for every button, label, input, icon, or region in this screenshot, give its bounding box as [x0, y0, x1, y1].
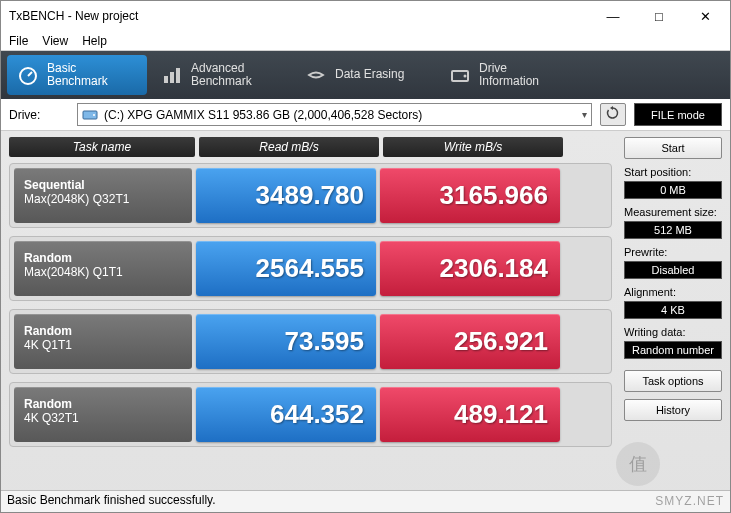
result-row: SequentialMax(2048K) Q32T13489.7803165.9… [9, 163, 612, 228]
refresh-button[interactable] [600, 103, 626, 126]
tab-label: Basic Benchmark [47, 62, 108, 88]
task-options-button[interactable]: Task options [624, 370, 722, 392]
drive-row: Drive: (C:) XPG GAMMIX S11 953.86 GB (2,… [1, 99, 730, 131]
disk-icon [82, 108, 98, 122]
menu-view[interactable]: View [42, 34, 68, 48]
titlebar: TxBENCH - New project — □ ✕ [1, 1, 730, 31]
svg-rect-2 [164, 76, 168, 83]
task-name-cell: SequentialMax(2048K) Q32T1 [14, 168, 192, 223]
menu-file[interactable]: File [9, 34, 28, 48]
read-value-cell: 3489.780 [196, 168, 376, 223]
drive-selected-text: (C:) XPG GAMMIX S11 953.86 GB (2,000,406… [104, 108, 422, 122]
write-value-cell: 3165.966 [380, 168, 560, 223]
chevron-down-icon: ▾ [582, 109, 587, 120]
task-name-cell: RandomMax(2048K) Q1T1 [14, 241, 192, 296]
bar-chart-icon [161, 64, 183, 86]
measurement-size-value[interactable]: 512 MB [624, 221, 722, 239]
write-value-cell: 2306.184 [380, 241, 560, 296]
status-text: Basic Benchmark finished successfully. [7, 493, 216, 507]
alignment-label: Alignment: [624, 286, 722, 298]
task-name-cell: Random4K Q32T1 [14, 387, 192, 442]
drive-label: Drive: [9, 108, 69, 122]
window-title: TxBENCH - New project [9, 9, 590, 23]
start-position-value[interactable]: 0 MB [624, 181, 722, 199]
prewrite-label: Prewrite: [624, 246, 722, 258]
close-button[interactable]: ✕ [682, 1, 728, 31]
write-value-cell: 489.121 [380, 387, 560, 442]
task-name-cell: Random4K Q1T1 [14, 314, 192, 369]
tab-drive-information[interactable]: Drive Information [439, 55, 579, 95]
header-write: Write mB/s [383, 137, 563, 157]
prewrite-value[interactable]: Disabled [624, 261, 722, 279]
watermark-text: SMYZ.NET [655, 494, 724, 508]
result-row: Random4K Q1T173.595256.921 [9, 309, 612, 374]
statusbar: Basic Benchmark finished successfully. [1, 490, 730, 512]
history-button[interactable]: History [624, 399, 722, 421]
toolbar: Basic Benchmark Advanced Benchmark Data … [1, 51, 730, 99]
gauge-icon [17, 64, 39, 86]
read-value-cell: 73.595 [196, 314, 376, 369]
svg-rect-4 [176, 68, 180, 83]
drive-icon [449, 64, 471, 86]
start-position-label: Start position: [624, 166, 722, 178]
menubar: File View Help [1, 31, 730, 51]
tab-label: Drive Information [479, 62, 539, 88]
svg-rect-3 [170, 72, 174, 83]
results-header: Task name Read mB/s Write mB/s [9, 137, 612, 157]
tab-advanced-benchmark[interactable]: Advanced Benchmark [151, 55, 291, 95]
tab-label: Advanced Benchmark [191, 62, 252, 88]
tab-data-erasing[interactable]: Data Erasing [295, 55, 435, 95]
menu-help[interactable]: Help [82, 34, 107, 48]
refresh-icon [606, 106, 620, 123]
svg-line-1 [28, 72, 32, 76]
writing-data-label: Writing data: [624, 326, 722, 338]
result-row: RandomMax(2048K) Q1T12564.5552306.184 [9, 236, 612, 301]
read-value-cell: 644.352 [196, 387, 376, 442]
erase-icon [305, 64, 327, 86]
read-value-cell: 2564.555 [196, 241, 376, 296]
measurement-size-label: Measurement size: [624, 206, 722, 218]
header-task: Task name [9, 137, 195, 157]
file-mode-label: FILE mode [651, 109, 705, 121]
writing-data-value[interactable]: Random number [624, 341, 722, 359]
results-panel: Task name Read mB/s Write mB/s Sequentia… [1, 131, 620, 511]
maximize-button[interactable]: □ [636, 1, 682, 31]
drive-select[interactable]: (C:) XPG GAMMIX S11 953.86 GB (2,000,406… [77, 103, 592, 126]
start-button[interactable]: Start [624, 137, 722, 159]
svg-point-8 [93, 114, 95, 116]
tab-basic-benchmark[interactable]: Basic Benchmark [7, 55, 147, 95]
watermark-logo: 值 [616, 442, 660, 486]
header-read: Read mB/s [199, 137, 379, 157]
tab-label: Data Erasing [335, 68, 404, 81]
svg-point-6 [464, 75, 467, 78]
result-row: Random4K Q32T1644.352489.121 [9, 382, 612, 447]
minimize-button[interactable]: — [590, 1, 636, 31]
alignment-value[interactable]: 4 KB [624, 301, 722, 319]
file-mode-button[interactable]: FILE mode [634, 103, 722, 126]
write-value-cell: 256.921 [380, 314, 560, 369]
